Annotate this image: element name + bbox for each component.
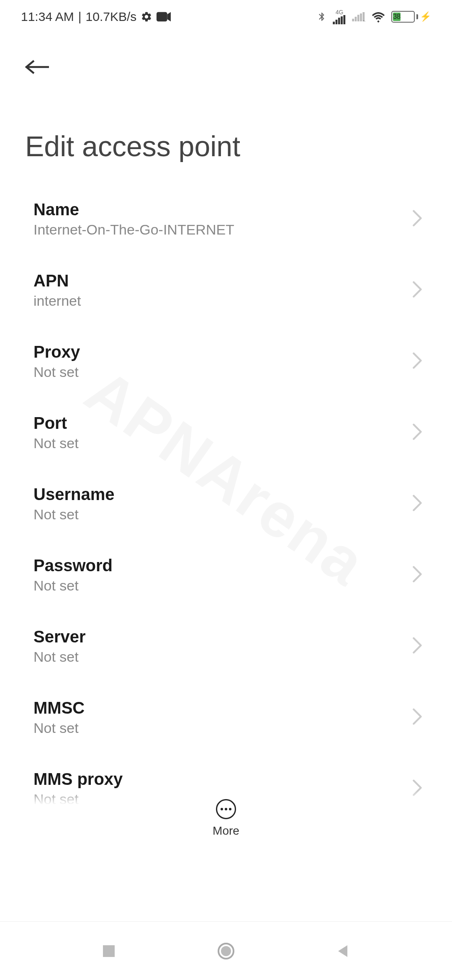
- setting-username[interactable]: Username Not set: [0, 468, 452, 539]
- chevron-right-icon: [412, 708, 423, 727]
- setting-apn[interactable]: APN internet: [0, 255, 452, 326]
- svg-marker-16: [338, 945, 347, 957]
- list-item-text: APN internet: [33, 271, 81, 309]
- status-right: 4G ✕ 38 ⚡: [317, 9, 431, 24]
- svg-rect-0: [157, 12, 167, 22]
- list-item-text: Server Not set: [33, 627, 86, 665]
- nav-bar: [0, 921, 452, 980]
- back-button[interactable]: [25, 50, 59, 84]
- chevron-right-icon: [412, 566, 423, 584]
- list-item-value: Internet-On-The-Go-INTERNET: [33, 222, 234, 238]
- list-item-label: MMS proxy: [33, 770, 123, 789]
- svg-rect-8: [357, 15, 360, 21]
- settings-list: Name Internet-On-The-Go-INTERNET APN int…: [0, 183, 452, 824]
- list-item-label: MMSC: [33, 699, 85, 717]
- list-item-text: Name Internet-On-The-Go-INTERNET: [33, 200, 234, 238]
- nav-back-button[interactable]: [331, 939, 356, 964]
- svg-rect-9: [360, 13, 362, 21]
- svg-point-15: [221, 946, 231, 956]
- status-left: 11:34 AM | 10.7KB/s: [21, 10, 171, 24]
- setting-port[interactable]: Port Not set: [0, 397, 452, 468]
- list-item-text: MMSC Not set: [33, 699, 85, 736]
- setting-mmsc[interactable]: MMSC Not set: [0, 682, 452, 753]
- wifi-icon: [371, 11, 385, 23]
- svg-text:✕: ✕: [362, 19, 365, 21]
- svg-rect-4: [341, 16, 343, 24]
- list-item-label: Name: [33, 200, 234, 219]
- list-item-label: Password: [33, 556, 113, 575]
- status-speed: 10.7KB/s: [86, 10, 137, 24]
- list-item-value: Not set: [33, 435, 79, 451]
- status-separator: |: [78, 10, 82, 24]
- list-item-value: Not set: [33, 720, 85, 736]
- more-button[interactable]: More: [0, 791, 452, 838]
- more-icon: [216, 799, 236, 819]
- signal-1-icon: 4G: [333, 9, 346, 24]
- battery-icon: 38 ⚡: [391, 11, 431, 23]
- list-item-text: Proxy Not set: [33, 343, 80, 380]
- nav-recent-button[interactable]: [96, 939, 121, 964]
- svg-rect-13: [103, 945, 115, 957]
- list-item-value: Not set: [33, 506, 114, 523]
- list-item-value: Not set: [33, 649, 86, 665]
- svg-rect-7: [355, 17, 357, 21]
- chevron-right-icon: [412, 637, 423, 655]
- list-item-label: Port: [33, 414, 79, 433]
- list-item-label: APN: [33, 271, 81, 290]
- setting-server[interactable]: Server Not set: [0, 611, 452, 682]
- list-item-label: Server: [33, 627, 86, 646]
- signal-2-icon: ✕: [352, 12, 365, 21]
- charging-icon: ⚡: [420, 11, 431, 22]
- chevron-right-icon: [412, 210, 423, 228]
- setting-proxy[interactable]: Proxy Not set: [0, 326, 452, 397]
- list-item-label: Username: [33, 485, 114, 504]
- gear-icon: [141, 11, 152, 23]
- list-item-text: Port Not set: [33, 414, 79, 451]
- more-label: More: [213, 824, 239, 838]
- battery-pct: 38: [393, 13, 401, 21]
- list-item-text: Username Not set: [33, 485, 114, 523]
- svg-rect-2: [336, 20, 338, 24]
- list-item-value: Not set: [33, 364, 80, 380]
- svg-rect-3: [338, 18, 340, 24]
- svg-rect-5: [343, 15, 345, 24]
- chevron-right-icon: [412, 281, 423, 299]
- list-item-value: internet: [33, 293, 81, 309]
- svg-rect-6: [352, 19, 354, 21]
- setting-name[interactable]: Name Internet-On-The-Go-INTERNET: [0, 183, 452, 255]
- page-title: Edit access point: [0, 92, 452, 183]
- bluetooth-icon: [317, 10, 327, 23]
- svg-rect-1: [333, 22, 335, 24]
- camera-icon: [157, 12, 171, 22]
- list-item-label: Proxy: [33, 343, 80, 361]
- status-time: 11:34 AM: [21, 10, 74, 24]
- setting-password[interactable]: Password Not set: [0, 539, 452, 611]
- list-item-text: Password Not set: [33, 556, 113, 594]
- chevron-right-icon: [412, 423, 423, 442]
- list-item-value: Not set: [33, 578, 113, 594]
- chevron-right-icon: [412, 352, 423, 371]
- nav-home-button[interactable]: [213, 939, 239, 964]
- chevron-right-icon: [412, 495, 423, 513]
- status-bar: 11:34 AM | 10.7KB/s 4G ✕ 38 ⚡: [0, 0, 452, 34]
- header: [0, 34, 452, 92]
